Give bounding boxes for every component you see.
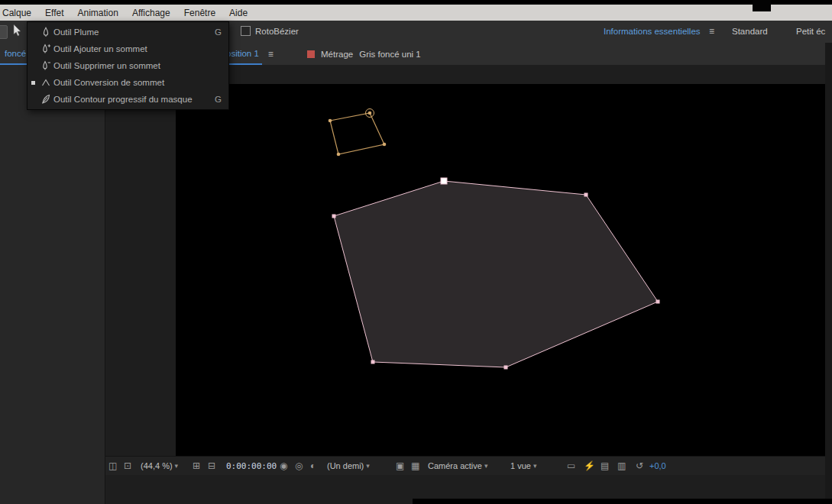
after-effects-window: Calque Effet Animation Affichage Fenêtre… (0, 0, 832, 504)
viewer-bottom-bar: ◫ ⊡ (44,4 %) ▾ ⊞ ⊟ 0:00:00:00 ◉ ◎ ◐ (Un … (105, 456, 825, 475)
chevron-down-icon: ▾ (175, 462, 179, 470)
flyout-item-shortcut: G (215, 95, 222, 104)
mask-vertex-handle[interactable] (332, 215, 336, 218)
menu-animation[interactable]: Animation (71, 8, 125, 18)
flowchart-icon[interactable]: ▥ (617, 457, 626, 475)
workspace-petit-ecran[interactable]: Petit éc (796, 27, 825, 36)
footage-prefix: Métrage (321, 50, 353, 59)
mask-visibility-icon[interactable]: ⊟ (208, 457, 215, 475)
active-tool-marker (31, 81, 35, 85)
pen-vertex-handle[interactable] (337, 153, 341, 157)
menu-affichage[interactable]: Affichage (125, 8, 177, 18)
tab-gris-fonce[interactable]: foncé (0, 43, 31, 65)
exposure-value[interactable]: +0,0 (649, 457, 666, 475)
right-panel-edge (825, 43, 832, 504)
selection-tool-icon[interactable] (11, 24, 23, 40)
titlebar-notch (753, 0, 771, 11)
mask-vertex-handle[interactable] (584, 193, 588, 197)
channels-icon[interactable]: ◐ (310, 457, 316, 475)
flyout-item-add-vertex[interactable]: Outil Ajouter un sommet (28, 40, 228, 57)
view-layout-dropdown[interactable]: 1 vue ▾ (510, 457, 536, 475)
mask-vertex-handle[interactable] (656, 300, 660, 304)
flyout-item-label: Outil Ajouter un sommet (53, 44, 222, 53)
mask-vertex-handle[interactable] (441, 178, 447, 184)
partial-tool-icon[interactable] (0, 25, 8, 39)
flyout-item-label: Outil Conversion de sommet (53, 78, 222, 87)
transparency-grid-icon[interactable]: ▦ (411, 457, 419, 475)
snapshot-icon[interactable]: ◉ (280, 457, 287, 475)
current-time[interactable]: 0:00:00:00 (226, 457, 277, 475)
main-monitor-icon[interactable]: ⊡ (124, 457, 131, 475)
menu-fenetre[interactable]: Fenêtre (177, 8, 222, 18)
flyout-item-label: Outil Contour progressif du masque (53, 95, 215, 104)
mask-feather-tool-icon (38, 94, 53, 105)
reset-exposure-icon[interactable]: ↺ (636, 457, 643, 475)
view-3d-value: Caméra active (428, 461, 482, 470)
rotobezier-label: RotoBézier (255, 27, 299, 36)
show-snapshot-icon[interactable]: ◎ (295, 457, 303, 475)
flyout-item-pen[interactable]: Outil Plume G (28, 24, 228, 40)
zoom-dropdown[interactable]: (44,4 %) ▾ (141, 457, 178, 475)
fast-previews-icon[interactable]: ⚡ (584, 457, 595, 475)
menubar: Calque Effet Animation Affichage Fenêtre… (0, 5, 832, 21)
footage-color-swatch (307, 50, 315, 58)
menu-calque[interactable]: Calque (0, 8, 38, 18)
grid-options-icon[interactable]: ⊞ (193, 457, 200, 475)
pen-tool-icon (38, 27, 53, 37)
panel-menu-icon[interactable]: ≡ (268, 49, 274, 60)
mask-path[interactable] (334, 181, 658, 367)
bottom-edge-strip (413, 499, 832, 504)
tab-composition-1[interactable]: osition 1 ≡ (226, 43, 274, 65)
resolution-dropdown[interactable]: (Un demi) ▾ (327, 457, 370, 475)
pixel-aspect-icon[interactable]: ▭ (567, 457, 575, 475)
flyout-item-label: Outil Supprimer un sommet (53, 61, 222, 70)
zoom-value: (44,4 %) (141, 461, 173, 470)
composition-panel: ◫ ⊡ (44,4 %) ▾ ⊞ ⊟ 0:00:00:00 ◉ ◎ ◐ (Un … (105, 65, 825, 504)
flyout-item-shortcut: G (215, 27, 222, 37)
menu-aide[interactable]: Aide (222, 8, 254, 18)
pen-tool-flyout: Outil Plume G Outil Ajouter un sommet Ou… (27, 21, 229, 110)
always-preview-icon[interactable]: ◫ (108, 457, 117, 475)
resolution-value: (Un demi) (327, 461, 364, 470)
chevron-down-icon: ▾ (366, 462, 370, 470)
workspace-standard[interactable]: Standard (732, 27, 768, 36)
chevron-down-icon: ▾ (484, 462, 488, 470)
delete-vertex-tool-icon (38, 60, 53, 71)
rotobezier-toggle[interactable]: RotoBézier (241, 26, 299, 36)
flyout-item-mask-feather[interactable]: Outil Contour progressif du masque G (28, 91, 228, 108)
tab-composition-label: osition 1 (226, 43, 262, 65)
add-vertex-tool-icon (38, 44, 53, 54)
region-of-interest-icon[interactable]: ▣ (396, 457, 404, 475)
composition-canvas[interactable] (176, 84, 825, 456)
flyout-item-label: Outil Plume (53, 27, 215, 37)
workspace-menu-icon[interactable]: ≡ (709, 26, 714, 37)
pen-vertex-handle[interactable] (368, 111, 372, 115)
flyout-item-delete-vertex[interactable]: Outil Supprimer un sommet (28, 57, 228, 74)
timeline-icon[interactable]: ▤ (601, 457, 609, 475)
mask-vertex-handle[interactable] (371, 360, 375, 364)
left-panel (0, 65, 105, 504)
workspace-active[interactable]: Informations essentielles (604, 27, 701, 36)
flyout-item-convert-vertex[interactable]: Outil Conversion de sommet (28, 74, 228, 91)
view-layout-value: 1 vue (510, 461, 531, 470)
footage-name: Gris foncé uni 1 (359, 50, 421, 59)
mask-vertex-handle[interactable] (504, 366, 508, 370)
chevron-down-icon: ▾ (533, 462, 537, 470)
composition-viewport[interactable] (176, 84, 825, 456)
view-3d-dropdown[interactable]: Caméra active ▾ (428, 457, 487, 475)
menu-effet[interactable]: Effet (38, 8, 70, 18)
rotobezier-checkbox[interactable] (241, 26, 251, 36)
pen-vertex-handle[interactable] (329, 119, 332, 123)
tab-gris-fonce-label: foncé (5, 49, 26, 58)
tab-metrage[interactable]: Métrage Gris foncé uni 1 (307, 43, 421, 65)
pen-path[interactable] (330, 113, 384, 154)
convert-vertex-tool-icon (38, 77, 53, 88)
pen-vertex-handle[interactable] (383, 143, 387, 147)
